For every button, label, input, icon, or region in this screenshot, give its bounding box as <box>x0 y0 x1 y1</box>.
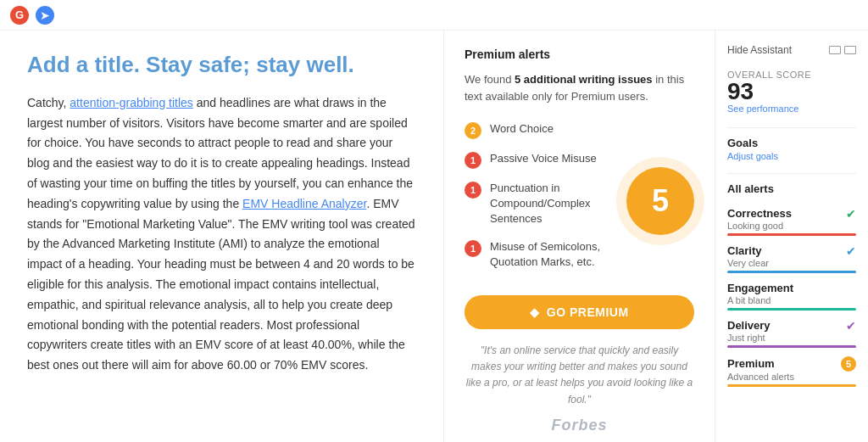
delivery-row[interactable]: Delivery ✔ Just right <box>727 319 856 348</box>
see-performance-link[interactable]: See performance <box>727 104 856 114</box>
premium-panel: Premium alerts We found 5 additional wri… <box>444 31 715 442</box>
premium-button-label: GO PREMIUM <box>547 305 629 319</box>
alert-item-punctuation: 1 Punctuation in Compound/Complex Senten… <box>465 181 613 227</box>
divider-1 <box>727 127 856 128</box>
issues-count: 5 additional writing issues <box>515 73 653 86</box>
badge-passive-voice: 1 <box>465 152 481 169</box>
delivery-status: Just right <box>727 333 856 343</box>
score-section: Overall score 93 See performance <box>727 70 856 114</box>
attention-grabbing-link[interactable]: attention-grabbing titles <box>70 96 193 109</box>
goals-label: Goals <box>727 137 856 149</box>
badge-punctuation: 1 <box>465 182 481 199</box>
premium-row[interactable]: Premium 5 Advanced alerts <box>727 356 856 387</box>
document-body[interactable]: Catchy, attention-grabbing titles and he… <box>27 93 416 376</box>
overall-score-value: 93 <box>727 80 754 104</box>
grammarly-logo: G <box>10 6 29 25</box>
alert-text-word-choice: Word Choice <box>490 121 554 137</box>
correctness-check-icon: ✔ <box>846 207 856 221</box>
all-alerts-section: All alerts <box>727 182 856 195</box>
forbes-logo: Forbes <box>465 417 694 434</box>
correctness-status: Looking good <box>727 221 856 231</box>
premium-quote: "It's an online service that quickly and… <box>465 343 694 408</box>
clarity-status: Very clear <box>727 258 856 268</box>
right-sidebar: Hide Assistant Overall score 93 See perf… <box>715 31 868 442</box>
correctness-title: Correctness <box>727 207 792 220</box>
adjust-goals-link[interactable]: Adjust goals <box>727 151 856 161</box>
extension-icon: ➤ <box>36 6 54 25</box>
sidebar-header: Hide Assistant <box>727 44 856 56</box>
alert-text-passive-voice: Passive Voice Misuse <box>490 151 597 166</box>
emv-analyzer-link[interactable]: EMV Headline Analyzer <box>242 197 366 210</box>
alert-text-punctuation: Punctuation in Compound/Complex Sentence… <box>490 181 613 227</box>
premium-button-icon: ◆ <box>530 305 540 319</box>
editor-panel: Add a title. Stay safe; stay well. Catch… <box>0 31 444 442</box>
divider-2 <box>727 173 856 174</box>
document-title: Add a title. Stay safe; stay well. <box>27 51 416 80</box>
engagement-title: Engagement <box>727 282 793 294</box>
delivery-bar <box>727 345 856 348</box>
top-bar: G ➤ <box>0 0 868 31</box>
correctness-bar <box>727 233 856 236</box>
alert-text-semicolons: Misuse of Semicolons, Quotation Marks, e… <box>490 239 613 270</box>
clarity-row[interactable]: Clarity ✔ Very clear <box>727 244 856 273</box>
badge-semicolons: 1 <box>465 240 481 257</box>
alert-item-semicolons: 1 Misuse of Semicolons, Quotation Marks,… <box>465 239 613 270</box>
premium-count-badge: 5 <box>841 356 856 372</box>
alert-item-passive-voice: 1 Passive Voice Misuse <box>465 151 613 169</box>
alert-item-word-choice: 2 Word Choice <box>465 121 613 139</box>
issues-circle: 5 <box>626 167 694 235</box>
goals-section: Goals Adjust goals <box>727 137 856 161</box>
delivery-check-icon: ✔ <box>846 319 856 333</box>
premium-panel-title: Premium alerts <box>465 48 694 61</box>
go-premium-button[interactable]: ◆ GO PREMIUM <box>465 295 694 329</box>
premium-title: Premium <box>727 357 775 370</box>
premium-alerts-status: Advanced alerts <box>727 372 856 382</box>
hide-assistant-button[interactable]: Hide Assistant <box>727 44 792 56</box>
layout-icon-1 <box>829 46 841 54</box>
engagement-row[interactable]: Engagement A bit bland <box>727 282 856 311</box>
delivery-title: Delivery <box>727 319 771 332</box>
layout-icon-2 <box>844 46 856 54</box>
correctness-row[interactable]: Correctness ✔ Looking good <box>727 207 856 236</box>
premium-bar <box>727 384 856 387</box>
clarity-title: Clarity <box>727 244 761 257</box>
engagement-status: A bit bland <box>727 295 856 305</box>
engagement-bar <box>727 308 856 311</box>
sidebar-toggle-icons <box>829 46 856 54</box>
premium-summary: We found 5 additional writing issues in … <box>465 71 694 104</box>
all-alerts-label: All alerts <box>727 182 856 195</box>
badge-word-choice: 2 <box>465 122 481 139</box>
clarity-check-icon: ✔ <box>846 244 856 258</box>
main-layout: Add a title. Stay safe; stay well. Catch… <box>0 0 868 442</box>
clarity-bar <box>727 271 856 273</box>
